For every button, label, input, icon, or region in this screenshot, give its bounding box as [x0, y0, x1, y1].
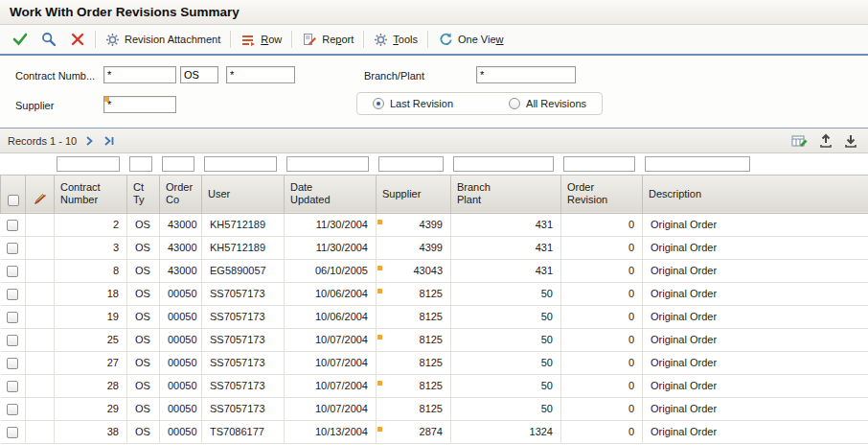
revision-attachment-button[interactable]: Revision Attachment [99, 29, 227, 51]
qbe-cell-description [643, 153, 868, 175]
row-checkbox[interactable] [7, 358, 18, 369]
select-all-checkbox[interactable] [8, 195, 19, 206]
grid-row[interactable]: 25OS00050SS705717310/07/20048125500Origi… [1, 328, 868, 351]
qbe-input-revision[interactable] [563, 156, 635, 172]
qbe-input-ct[interactable] [129, 156, 152, 172]
cell-description: Original Order [643, 351, 868, 374]
cell-supplier: 4399 [377, 236, 451, 259]
customize-grid-icon[interactable] [789, 132, 811, 150]
row-checkbox[interactable] [7, 312, 18, 323]
find-button[interactable] [34, 28, 63, 51]
cell-order-type: OS [127, 420, 160, 443]
qbe-input-user[interactable] [204, 156, 277, 172]
column-header-supplier[interactable]: Supplier [377, 175, 451, 213]
attachment-marker-icon [377, 427, 382, 432]
column-header-user[interactable]: User [202, 175, 285, 213]
column-header-branch[interactable]: Branch Plant [451, 175, 561, 213]
contract-number-input[interactable] [103, 66, 176, 83]
cell-supplier: 8125 [377, 397, 451, 420]
radio-last-revision[interactable]: Last Revision [373, 98, 453, 109]
qbe-cell-ct [127, 153, 160, 175]
column-header-contract[interactable]: Contract Number [55, 175, 127, 213]
circular-arrow-icon [438, 32, 453, 47]
order-type-input[interactable] [180, 66, 218, 83]
grid-row[interactable]: 38OS00050TS708617710/13/2004287413240Ori… [1, 420, 868, 443]
last-page-icon[interactable] [102, 134, 117, 148]
row-checkbox[interactable] [7, 381, 18, 392]
export-data-icon[interactable] [816, 132, 835, 150]
qbe-input-contract[interactable] [57, 156, 120, 172]
cell-order-company: 00050 [160, 351, 202, 374]
grid-row[interactable]: 28OS00050SS705717310/07/20048125500Origi… [1, 374, 868, 397]
column-header-description[interactable]: Description [643, 175, 868, 213]
row-select-cell [1, 351, 26, 374]
radio-selected-icon [373, 98, 384, 109]
cell-contract-number: 25 [55, 328, 127, 351]
cell-branch-plant: 50 [451, 328, 561, 351]
qbe-input-order_co[interactable] [162, 156, 194, 172]
next-page-icon[interactable] [82, 134, 96, 148]
grid-row[interactable]: 19OS00050SS705717310/06/20048125500Origi… [1, 305, 868, 328]
cell-order-company: 43000 [160, 236, 202, 259]
grid-row[interactable]: 3OS43000KH571218911/30/200443994310Origi… [1, 236, 868, 259]
one-view-menu-label: One View [458, 34, 504, 45]
records-count: Records 1 - 10 [8, 135, 77, 147]
order-company-input[interactable] [226, 66, 295, 83]
cell-order-type: OS [127, 213, 160, 236]
row-menu-button[interactable]: Row [234, 28, 288, 51]
qbe-cell-branch [451, 153, 561, 175]
row-checkbox[interactable] [7, 220, 18, 231]
cell-user: KH5712189 [202, 236, 285, 259]
grid-row[interactable]: 8OS43000EG589005706/10/2005430434310Orig… [1, 259, 868, 282]
supplier-input[interactable] [103, 96, 176, 113]
import-data-icon[interactable] [841, 132, 860, 150]
last-revision-label: Last Revision [390, 98, 453, 109]
qbe-input-date[interactable] [286, 156, 369, 172]
attachment-marker-icon [377, 381, 382, 386]
report-menu-button[interactable]: Report [295, 28, 360, 51]
tools-menu-label: Tools [393, 34, 418, 45]
row-checkbox[interactable] [7, 335, 18, 346]
row-edit-indicator-cell [26, 374, 55, 397]
grid-row[interactable]: 18OS00050SS705717310/06/20048125500Origi… [1, 282, 868, 305]
ok-button[interactable] [6, 28, 34, 51]
page-title: Work With Order Revisions Summary [10, 5, 240, 19]
close-button[interactable] [63, 28, 92, 51]
radio-all-revisions[interactable]: All Revisions [509, 98, 586, 109]
row-checkbox[interactable] [7, 243, 18, 254]
grid-row[interactable]: 27OS00050SS705717310/07/20048125500Origi… [1, 351, 868, 374]
attachment-marker-icon [377, 220, 382, 224]
column-header-revision[interactable]: Order Revision [561, 175, 643, 213]
cell-order-revision: 0 [561, 259, 643, 282]
cell-date-updated: 10/06/2004 [285, 305, 377, 328]
cell-order-revision: 0 [561, 420, 643, 443]
column-header-ct[interactable]: Ct Ty [127, 175, 160, 213]
cell-order-company: 43000 [160, 259, 202, 282]
one-view-menu-button[interactable]: One View [431, 28, 511, 51]
grid-body: 2OS43000KH571218911/30/200443994310Origi… [1, 213, 868, 443]
branch-plant-input[interactable] [476, 66, 576, 83]
row-checkbox[interactable] [7, 404, 18, 415]
row-checkbox[interactable] [7, 427, 18, 438]
qbe-input-supplier[interactable] [378, 156, 444, 172]
grid-row[interactable]: 29OS00050SS705717310/07/20048125500Origi… [1, 397, 868, 420]
row-checkbox[interactable] [7, 266, 18, 277]
cell-supplier: 8125 [377, 282, 451, 305]
grid-row[interactable]: 2OS43000KH571218911/30/200443994310Origi… [1, 213, 868, 236]
cell-branch-plant: 1324 [451, 420, 561, 443]
row-checkbox[interactable] [7, 289, 18, 300]
order-revisions-grid: Contract NumberCt TyOrder CoUserDate Upd… [0, 153, 868, 444]
cell-branch-plant: 431 [451, 236, 561, 259]
gear-icon [105, 33, 120, 47]
cell-date-updated: 10/07/2004 [285, 374, 377, 397]
qbe-input-branch[interactable] [453, 156, 554, 172]
column-header-date[interactable]: Date Updated [285, 175, 377, 213]
cell-date-updated: 10/07/2004 [285, 351, 377, 374]
all-revisions-label: All Revisions [526, 98, 586, 109]
cell-branch-plant: 50 [451, 305, 561, 328]
column-header-order_co[interactable]: Order Co [160, 175, 202, 213]
filter-panel: Contract Numb... Branch/Plant Supplier L… [0, 56, 868, 129]
tools-menu-button[interactable]: Tools [367, 29, 424, 51]
qbe-empty-cell [1, 153, 26, 175]
qbe-input-description[interactable] [645, 156, 750, 172]
